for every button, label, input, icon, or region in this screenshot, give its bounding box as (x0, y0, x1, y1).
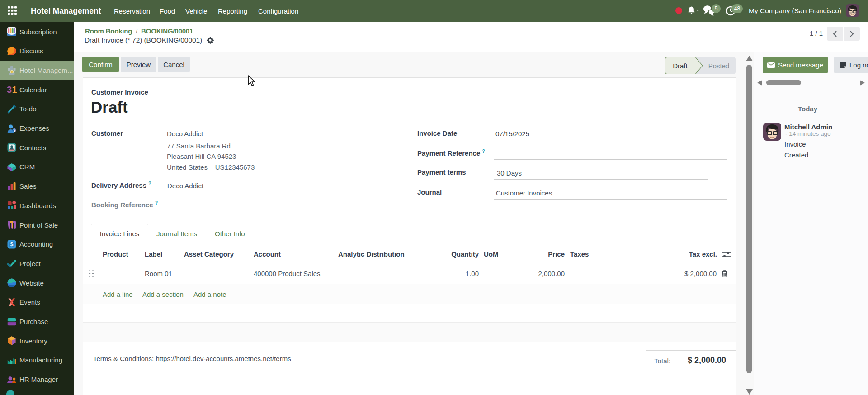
svg-text:3: 3 (7, 85, 12, 95)
svg-text:$: $ (10, 241, 14, 247)
svg-text:1: 1 (12, 85, 17, 95)
svg-text:$: $ (13, 128, 16, 133)
